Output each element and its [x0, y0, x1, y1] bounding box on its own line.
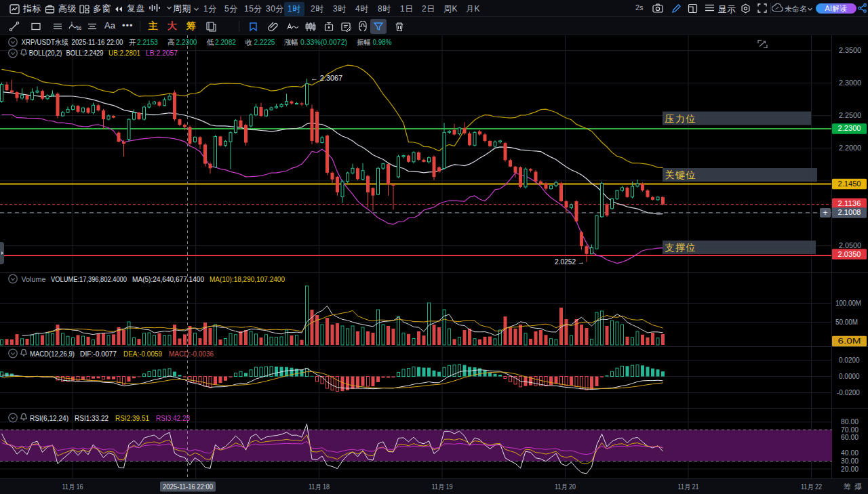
svg-text:2.2082: 2.2082	[215, 38, 236, 46]
svg-text:70.00: 70.00	[841, 426, 859, 434]
svg-text:LB:2.2057: LB:2.2057	[146, 49, 178, 57]
svg-text:6.0M: 6.0M	[838, 337, 861, 345]
svg-text:BOLL(20,2): BOLL(20,2)	[29, 49, 62, 57]
svg-text:2.3000: 2.3000	[839, 79, 861, 87]
svg-text:高: 高	[167, 38, 175, 46]
svg-text:2.1008: 2.1008	[838, 209, 861, 216]
svg-text:← 2.3067: ← 2.3067	[311, 74, 342, 82]
svg-text:2.2225: 2.2225	[254, 38, 275, 46]
svg-text:11月 21: 11月 21	[678, 482, 699, 491]
svg-text:2.1136: 2.1136	[838, 200, 861, 207]
svg-text:压力位: 压力位	[665, 113, 697, 124]
svg-text:DEA:-0.0059: DEA:-0.0059	[123, 350, 162, 358]
svg-text:40.00: 40.00	[841, 449, 859, 457]
svg-text:66: 66	[77, 26, 82, 30]
svg-text:MACD(12,26,9): MACD(12,26,9)	[30, 350, 75, 358]
svg-text:RSI(6,12,24): RSI(6,12,24)	[30, 414, 68, 422]
svg-text:UB:2.2801: UB:2.2801	[108, 49, 140, 57]
svg-text:支撑位: 支撑位	[665, 242, 697, 253]
svg-text:2025-11-16 22:00: 2025-11-16 22:00	[72, 38, 123, 46]
svg-text:RSI2:39.51: RSI2:39.51	[115, 414, 149, 422]
svg-text:11月 18: 11月 18	[309, 482, 330, 491]
svg-text:11月 22: 11月 22	[801, 482, 822, 491]
svg-text:收: 收	[245, 38, 253, 46]
svg-text:2.0252 →: 2.0252 →	[555, 258, 585, 266]
svg-text:+: +	[823, 208, 827, 218]
svg-text:11月 19: 11月 19	[432, 482, 453, 491]
svg-text:1: 1	[71, 21, 73, 26]
svg-text:DIF:-0.0077: DIF:-0.0077	[80, 350, 117, 358]
svg-text:MA(5):24,640,677.1400: MA(5):24,640,677.1400	[132, 275, 204, 283]
svg-text:100.00M: 100.00M	[835, 300, 861, 307]
svg-text:VOLUME:17,396,802.4000: VOLUME:17,396,802.4000	[51, 275, 127, 283]
svg-text:2.2000: 2.2000	[839, 144, 861, 152]
svg-text:MA(10):18,290,107.2400: MA(10):18,290,107.2400	[210, 275, 285, 283]
svg-text:0.33%(0.0072): 0.33%(0.0072)	[300, 38, 347, 46]
svg-text:2.2153: 2.2153	[137, 38, 158, 46]
svg-text:Volume: Volume	[22, 275, 46, 283]
svg-text:11月 20: 11月 20	[555, 482, 576, 491]
svg-text:爆: 爆	[854, 482, 862, 491]
svg-text:关键位: 关键位	[665, 169, 697, 180]
svg-text:XRP/USDT永续: XRP/USDT永续	[22, 38, 68, 46]
svg-text:低: 低	[207, 38, 214, 46]
svg-text:50.00M: 50.00M	[835, 318, 858, 326]
svg-text:RSI3:42.28: RSI3:42.28	[156, 414, 190, 422]
svg-text:2.2500: 2.2500	[839, 112, 861, 119]
svg-text:2.0500: 2.0500	[839, 242, 861, 249]
svg-text:2.1450: 2.1450	[838, 180, 861, 188]
svg-text:开: 开	[129, 38, 136, 46]
svg-text:11月 16: 11月 16	[62, 482, 83, 491]
svg-text:0.0000: 0.0000	[839, 373, 860, 380]
svg-text:MACD:-0.0036: MACD:-0.0036	[169, 350, 214, 358]
svg-text:60.00: 60.00	[841, 434, 859, 441]
svg-text:2.0350: 2.0350	[838, 251, 861, 258]
svg-text:筹: 筹	[844, 482, 851, 491]
svg-text:振幅: 振幅	[357, 38, 371, 46]
svg-text:80.00: 80.00	[841, 418, 859, 426]
svg-text:0.0200: 0.0200	[839, 356, 860, 364]
svg-text:2025-11-16 22:00: 2025-11-16 22:00	[163, 483, 213, 491]
svg-text:20.00: 20.00	[841, 466, 859, 473]
svg-text:BOLL:2.2429: BOLL:2.2429	[66, 49, 104, 57]
svg-text:RSI1:33.22: RSI1:33.22	[75, 414, 108, 422]
svg-text:-0.0200: -0.0200	[837, 389, 860, 396]
svg-text:涨幅: 涨幅	[284, 38, 298, 46]
svg-text:2.3500: 2.3500	[839, 47, 861, 54]
svg-text:0.98%: 0.98%	[373, 38, 392, 46]
svg-text:30.00: 30.00	[841, 457, 859, 465]
svg-text:2.2300: 2.2300	[176, 38, 197, 46]
svg-text:2.2300: 2.2300	[838, 125, 861, 132]
